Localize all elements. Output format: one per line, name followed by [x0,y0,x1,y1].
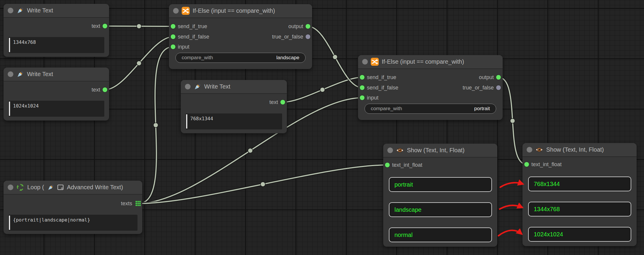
node-title-prefix: Loop ( [27,184,44,191]
wire [105,26,173,26]
pen-icon [47,184,54,191]
pen-icon [16,7,24,15]
wire [308,26,362,88]
node-title-bar[interactable]: Show (Text, Int, Float) [383,144,497,158]
pen-icon [16,70,24,78]
wire [105,37,173,90]
output-label: text [269,99,278,105]
input-label: send_if_false [178,33,209,40]
input-label: input [178,44,189,50]
node-title-bar[interactable]: Show (Text, Int, Float) [522,143,637,157]
wire-midpoint-dot [248,148,253,153]
red-annotation-arrow [500,183,522,187]
collapse-dot[interactable] [173,8,179,14]
collapse-dot[interactable] [527,147,532,153]
input-label: send_if_false [367,84,398,91]
node-graph-canvas[interactable]: Write Text text 1344x768 Write Text text… [0,0,644,255]
input-port-send-if-false[interactable] [171,34,175,39]
collapse-dot[interactable] [8,71,13,77]
input-port-send-if-true[interactable] [171,24,175,29]
node-loop-advanced-write-text[interactable]: Loop ( Advanced Write Text) texts {portr… [4,181,142,234]
node-show-2[interactable]: Show (Text, Int, Float) text_int_float 7… [522,143,637,246]
output-port-text[interactable] [103,24,107,28]
input-port-text-int-float[interactable] [524,162,529,167]
input-port-input[interactable] [171,44,175,49]
recycle-icon [16,183,24,191]
wire-midpoint-dot [154,123,158,128]
wire [308,26,362,88]
output-label: texts [121,200,132,207]
node-title-bar[interactable]: Write Text [4,68,109,81]
node-write-text-2[interactable]: Write Text text 1024x1024 [4,68,109,121]
wire [138,165,387,203]
output-port-output[interactable] [496,75,501,80]
node-title: Show (Text, Int, Float) [546,146,604,153]
show-value-box: 1344x768 [528,202,631,216]
text-value-input[interactable]: 768x1344 [186,113,282,129]
node-title: Write Text [27,7,53,14]
show-value-box: 1024x1024 [528,227,631,242]
input-label: text_int_float [392,162,422,168]
text-value-input[interactable]: 1024x1024 [8,101,104,117]
node-title-bar[interactable]: If-Else (input == compare_with) [358,55,503,69]
output-port-text[interactable] [103,87,107,92]
output-label: true_or_false [272,33,303,40]
collapse-dot[interactable] [185,84,191,89]
wire [283,77,362,102]
compare-with-widget[interactable]: compare_with portrait [365,104,496,114]
output-label: text [92,86,100,93]
shuffle-icon [182,7,190,15]
collapse-dot[interactable] [387,147,393,153]
wire [138,165,387,203]
grid-icon[interactable] [135,201,141,207]
red-annotation-arrow [498,230,521,236]
output-label: output [288,23,303,30]
wire-midpoint-dot [261,182,265,187]
square-icon [57,184,64,191]
input-port-text-int-float[interactable] [385,163,390,167]
node-if-else-1[interactable]: If-Else (input == compare_with) send_if_… [169,4,312,69]
input-port-send-if-false[interactable] [360,85,365,90]
node-title: Write Text [27,71,53,78]
text-value-input[interactable]: {portrait|landscape|normal} [8,215,138,231]
widget-label: compare_with [371,106,402,112]
node-if-else-2[interactable]: If-Else (input == compare_with) send_if_… [358,55,503,120]
widget-value: portrait [474,106,490,112]
compare-with-widget[interactable]: compare_with landscape [175,53,306,63]
node-title-suffix: Advanced Write Text) [67,184,123,191]
input-port-send-if-true[interactable] [360,75,365,80]
node-title: Write Text [204,83,230,90]
eye-icon [535,146,543,154]
node-write-text-1[interactable]: Write Text text 1344x768 [4,4,109,57]
output-label: true_or_false [463,84,494,91]
node-write-text-3[interactable]: Write Text text 768x1344 [181,80,287,133]
collapse-dot[interactable] [362,59,368,65]
wire-midpoint-dot [137,61,141,66]
output-port-output[interactable] [306,24,310,29]
wire [138,47,173,203]
output-port-text[interactable] [280,100,285,105]
input-label: send_if_true [178,23,207,30]
collapse-dot[interactable] [8,8,13,13]
node-title: Show (Text, Int, Float) [407,147,465,154]
wire-midpoint-dot [333,55,338,60]
wire [105,26,173,26]
show-value-box: landscape [389,202,492,217]
output-label: output [479,74,494,81]
input-label: input [367,94,378,101]
input-label: send_if_true [367,74,396,81]
collapse-dot[interactable] [8,185,13,190]
node-title-bar[interactable]: Write Text [181,80,287,94]
wire-midpoint-dot [320,87,325,92]
node-title-bar[interactable]: Write Text [4,4,109,18]
pen-icon [194,83,201,91]
output-port-true-or-false[interactable] [496,85,501,90]
input-port-input[interactable] [360,95,365,100]
node-title-bar[interactable]: If-Else (input == compare_with) [169,4,312,18]
node-title-bar[interactable]: Loop ( Advanced Write Text) [4,181,142,195]
node-show-1[interactable]: Show (Text, Int, Float) text_int_float p… [383,144,497,247]
wire [283,77,362,102]
wire [138,47,173,203]
text-value-input[interactable]: 1344x768 [8,37,104,53]
output-port-true-or-false[interactable] [306,34,310,39]
